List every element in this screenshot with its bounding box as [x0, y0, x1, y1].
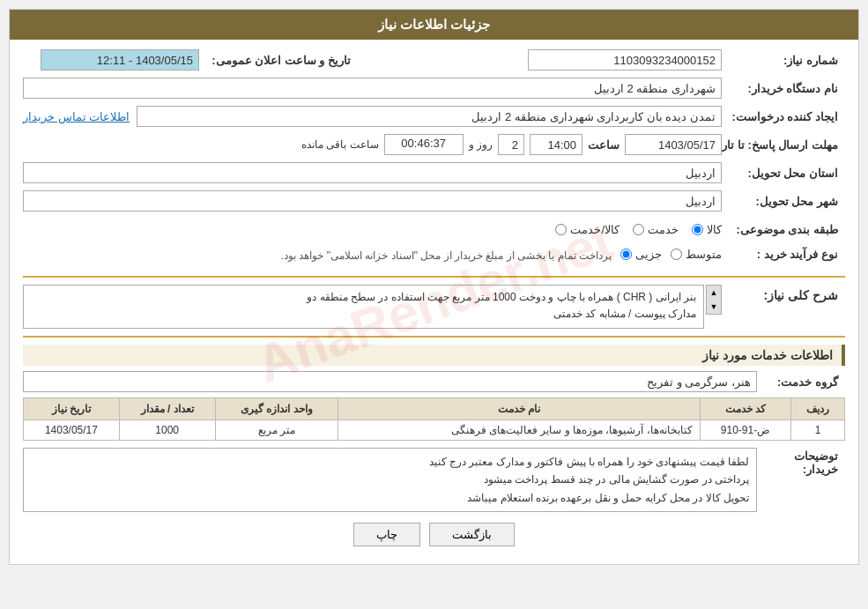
namDastgah-value: شهرداری منطقه 2 اردبیل	[23, 78, 722, 99]
ostanTahvil-label: استان محل تحویل:	[722, 167, 845, 180]
sharhKolli-box: بنر ایرانی ( CHR ) همراه با چاپ و دوخت 1…	[23, 285, 704, 329]
buyerNotes-box: لطفا قیمت پیشنهادی خود را همراه با پیش ف…	[23, 448, 757, 512]
cell-tarikh: 1403/05/17	[24, 420, 120, 441]
cell-radif: 1	[791, 420, 845, 441]
remaining-suffix: ساعت باقی مانده	[301, 138, 379, 151]
radio-kala-khedmat-item: کالا/خدمت	[555, 223, 619, 236]
date-time-row: 1403/05/17 ساعت 14:00 2 روز و 00:46:37	[23, 134, 722, 155]
shahrTahvil-row: شهر محل تحویل: اردبیل	[23, 189, 845, 212]
time-input: 14:00	[530, 134, 582, 155]
ejadKonande-row: ایجاد کننده درخواست: تمدن دیده بان کاربر…	[23, 105, 845, 128]
print-button[interactable]: چاپ	[353, 523, 420, 546]
noeFarayand-row: نوع فرآیند خرید : متوسط جزیی	[23, 246, 845, 269]
remaining-input: 00:46:37	[384, 134, 464, 155]
ejadKonande-value: تمدن دیده بان کاربرداری شهرداری منطقه 2 …	[23, 106, 722, 127]
tarikhElan-value: 1403/05/15 - 12:11	[23, 49, 199, 71]
shomareNiaz-label: شماره نیاز:	[722, 54, 845, 67]
radio-kala[interactable]	[692, 224, 703, 235]
sharhKolli-row: شرح کلی نیاز: ▲ ▼ بنر ایرانی ( CHR ) همر…	[23, 285, 845, 329]
sharhKolli-value: ▲ ▼ بنر ایرانی ( CHR ) همراه با چاپ و دو…	[23, 285, 722, 329]
grouhKhedmat-label: گروه خدمت:	[757, 375, 845, 389]
radio-kala-khedmat[interactable]	[555, 224, 567, 235]
col-vahed: واحد اندازه گیری	[215, 398, 338, 420]
grouhKhedmat-value: هنر، سرگرمی و تفریح	[23, 371, 757, 392]
rooz-input: 2	[498, 134, 524, 155]
saat-label: ساعت	[588, 138, 619, 152]
page-title: جزئیات اطلاعات نیاز	[378, 17, 490, 32]
grouhKhedmat-row: گروه خدمت: هنر، سرگرمی و تفریح	[23, 371, 845, 392]
scroll-up-arrow[interactable]: ▲	[707, 286, 721, 300]
panel-body: AnaRender.net شماره نیاز: 11030932340001…	[10, 40, 858, 564]
col-tarikh: تاریخ نیاز	[24, 398, 120, 420]
services-table-container: ردیف کد خدمت نام خدمت واحد اندازه گیری ت…	[23, 397, 845, 441]
table-header-row: ردیف کد خدمت نام خدمت واحد اندازه گیری ت…	[24, 398, 845, 420]
shomareNiaz-row: شماره نیاز: 1103093234000152 تاریخ و ساع…	[23, 48, 845, 71]
ostanTahvil-value: اردبیل	[23, 162, 722, 183]
col-kodKhedmat: کد خدمت	[700, 398, 791, 420]
mohlatErsalPasakh-row: مهلت ارسال پاسخ: تا تاریخ: 1403/05/17 سا…	[23, 133, 845, 156]
tabaqebandi-radio-group: کالا/خدمت خدمت کالا	[23, 223, 722, 236]
sharhKolli-wrapper: ▲ ▼ بنر ایرانی ( CHR ) همراه با چاپ و دو…	[23, 285, 722, 329]
radio-kala-item: کالا	[692, 223, 722, 236]
radio-khedmat[interactable]	[633, 224, 644, 235]
cell-tedad: 1000	[119, 420, 215, 441]
panel-header: جزئیات اطلاعات نیاز	[10, 10, 858, 40]
radio-kala-khedmat-label: کالا/خدمت	[570, 223, 619, 236]
radio-khedmat-label: خدمت	[648, 223, 679, 236]
scroll-down-arrow[interactable]: ▼	[707, 300, 721, 314]
services-table: ردیف کد خدمت نام خدمت واحد اندازه گیری ت…	[23, 397, 845, 441]
cell-namKhedmat: کتابخانه‌ها، آرشیوها، موزه‌ها و سایر فعا…	[338, 420, 700, 441]
shahrTahvil-label: شهر محل تحویل:	[722, 195, 845, 208]
radio-khedmat-item: خدمت	[633, 223, 679, 236]
col-namKhedmat: نام خدمت	[338, 398, 700, 420]
radio-jozvi-label: جزیی	[635, 248, 662, 261]
noeFarayand-value: متوسط جزیی پرداخت تمام یا بخشی از مبلغ خ…	[23, 248, 722, 262]
tarikhElan-label: تاریخ و ساعت اعلان عمومی:	[199, 54, 358, 67]
sharhKolli-label: شرح کلی نیاز:	[722, 285, 845, 302]
table-row: 1 ض-91-910 کتابخانه‌ها، آرشیوها، موزه‌ها…	[24, 420, 845, 441]
tarikhElan-input: 1403/05/15 - 12:11	[41, 49, 199, 71]
noeFarayand-label: نوع فرآیند خرید :	[722, 248, 845, 261]
radio-kala-label: کالا	[707, 223, 722, 236]
buyerNotes-row: توضیحات خریدار: لطفا قیمت پیشنهادی خود ر…	[23, 448, 845, 512]
shahrTahvil-input: اردبیل	[23, 190, 722, 212]
shahrTahvil-value: اردبیل	[23, 190, 722, 212]
col-radif: ردیف	[791, 398, 845, 420]
radio-mootasat[interactable]	[671, 249, 682, 260]
mohlatErsalPasakh-label: مهلت ارسال پاسخ: تا تاریخ:	[722, 138, 845, 152]
table-body: 1 ض-91-910 کتابخانه‌ها، آرشیوها، موزه‌ها…	[24, 420, 845, 441]
radio-jozvi[interactable]	[620, 249, 632, 260]
ostanTahvil-row: استان محل تحویل: اردبیل	[23, 161, 845, 184]
date-input: 1403/05/17	[625, 134, 722, 155]
ostanTahvil-input: اردبیل	[23, 162, 722, 183]
namDastgah-input: شهرداری منطقه 2 اردبیل	[23, 78, 722, 99]
back-button[interactable]: بازگشت	[429, 523, 515, 546]
scroll-arrows[interactable]: ▲ ▼	[706, 285, 722, 315]
shomareNiaz-input: 1103093234000152	[528, 49, 722, 71]
ejadKonande-input: تمدن دیده بان کاربرداری شهرداری منطقه 2 …	[137, 106, 722, 127]
footer-buttons: بازگشت چاپ	[23, 523, 845, 555]
tabaqebandi-row: طبقه بندی موضوعی: کالا/خدمت خدمت کالا	[23, 218, 845, 241]
col-tedad: تعداد / مقدار	[119, 398, 215, 420]
main-panel: جزئیات اطلاعات نیاز AnaRender.net شماره …	[9, 9, 859, 565]
tabaqebandi-label: طبقه بندی موضوعی:	[722, 223, 845, 236]
mohlatErsalPasakh-value: 1403/05/17 ساعت 14:00 2 روز و 00:46:37	[23, 134, 722, 155]
radio-mootasat-label: متوسط	[686, 248, 722, 261]
shomareNiaz-value: 1103093234000152	[358, 49, 722, 71]
page-container: جزئیات اطلاعات نیاز AnaRender.net شماره …	[0, 0, 868, 609]
grouhKhedmat-input: هنر، سرگرمی و تفریح	[23, 371, 757, 392]
process-options: متوسط جزیی	[620, 248, 722, 261]
tabaqebandi-radios: کالا/خدمت خدمت کالا	[23, 223, 722, 236]
rooz-label: روز و	[469, 138, 493, 151]
process-row: متوسط جزیی پرداخت تمام یا بخشی از مبلغ خ…	[23, 248, 722, 262]
cell-vahed: متر مربع	[215, 420, 338, 441]
etelaat-tamas-link[interactable]: اطلاعات تماس خریدار	[23, 110, 130, 123]
radio-jozvi-item: جزیی	[620, 248, 662, 261]
etelaat-khadamat-title: اطلاعات خدمات مورد نیاز	[23, 345, 845, 366]
separator-1	[23, 276, 845, 278]
separator-2	[23, 336, 845, 338]
farayand-desc: پرداخت تمام یا بخشی از مبلغ خریدار از مح…	[281, 249, 612, 262]
radio-mootasat-item: متوسط	[671, 248, 722, 261]
namDastgah-label: نام دستگاه خریدار:	[722, 82, 845, 95]
namDastgah-row: نام دستگاه خریدار: شهرداری منطقه 2 اردبی…	[23, 77, 845, 100]
